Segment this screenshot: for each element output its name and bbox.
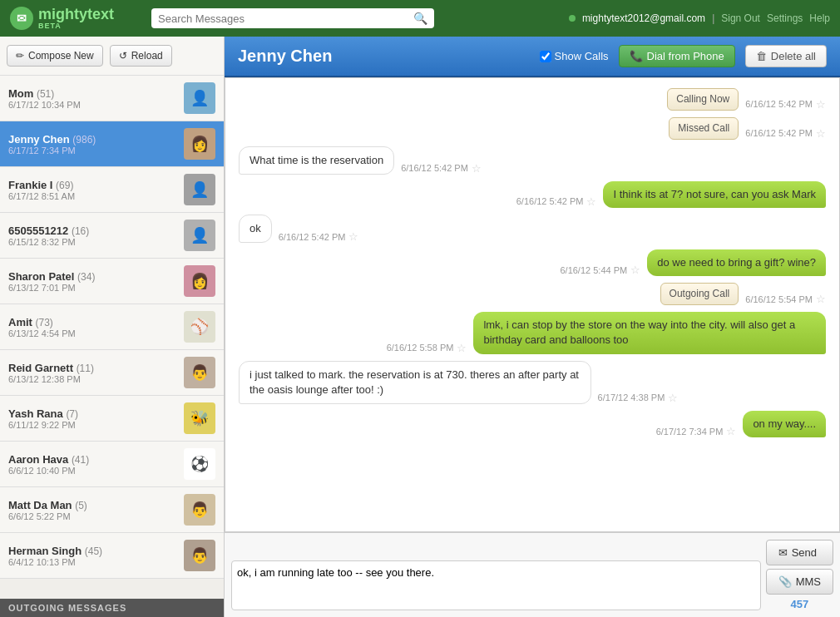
chat-area: Jenny Chen Show Calls 📞 Dial from Phone … — [225, 37, 840, 617]
message-meta: 6/16/12 5:42 PM ☆ — [745, 98, 826, 111]
contact-date: 6/17/12 7:34 PM — [8, 146, 177, 155]
message-meta: 6/16/12 5:54 PM ☆ — [745, 293, 826, 305]
sent-bubble: lmk, i can stop by the store on the way … — [473, 312, 826, 353]
search-icon: 🔍 — [413, 12, 427, 25]
delete-all-button[interactable]: 🗑 Delete all — [745, 45, 827, 67]
contact-item[interactable]: Matt Da Man (5)6/6/12 5:22 PM👨 — [0, 487, 224, 533]
contact-item[interactable]: Sharon Patel (34)6/13/12 7:01 PM👩 — [0, 259, 224, 304]
contact-name: Aaron Hava (41) — [8, 453, 177, 466]
contact-name: Mom (51) — [8, 87, 177, 100]
contact-item[interactable]: Frankie I (69)6/17/12 8:51 AM👤 — [0, 167, 224, 213]
send-icon: ✉ — [778, 546, 788, 559]
message-meta: 6/16/12 5:42 PM ☆ — [279, 230, 359, 243]
contact-item[interactable]: Yash Rana (7)6/11/12 9:22 PM🐝 — [0, 396, 224, 442]
star-icon[interactable]: ☆ — [668, 392, 678, 404]
trash-icon: 🗑 — [756, 50, 767, 62]
settings-link[interactable]: Settings — [767, 12, 803, 24]
help-link[interactable]: Help — [809, 12, 830, 24]
message-row: 6/16/12 5:42 PM ☆I think its at 7? not s… — [239, 181, 826, 208]
message-meta: 6/16/12 5:42 PM ☆ — [745, 127, 826, 140]
user-area: mightytext2012@gmail.com | Sign Out Sett… — [569, 12, 830, 24]
sidebar-toolbar: ✏ Compose New ↺ Reload — [0, 37, 224, 76]
star-icon[interactable]: ☆ — [816, 127, 826, 140]
contact-date: 6/13/12 12:38 PM — [8, 374, 177, 384]
message-row: 6/16/12 5:44 PM ☆do we need to bring a g… — [239, 249, 826, 276]
avatar: 👨 — [184, 494, 215, 526]
contact-item[interactable]: Mom (51)6/17/12 10:34 PM👤 — [0, 76, 224, 121]
compose-new-button[interactable]: ✏ Compose New — [7, 45, 103, 67]
sent-bubble: on my way.... — [743, 411, 826, 437]
user-email: mightytext2012@gmail.com — [582, 12, 705, 24]
contact-name: Jenny Chen (986) — [8, 133, 177, 146]
compose-row: ✉ Send 📎 MMS 457 — [231, 540, 833, 610]
contact-name: Amit (73) — [8, 316, 177, 328]
header: ✉ mightytext BETA 🔍 mightytext2012@gmail… — [0, 0, 840, 37]
show-calls-checkbox[interactable] — [540, 51, 551, 62]
star-icon[interactable]: ☆ — [348, 230, 358, 243]
contact-name: Matt Da Man (5) — [8, 499, 177, 511]
mms-button[interactable]: 📎 MMS — [766, 569, 833, 595]
avatar: 👤 — [184, 220, 215, 251]
phone-icon: 📞 — [630, 50, 643, 62]
star-icon[interactable]: ☆ — [630, 264, 640, 276]
chat-contact-name: Jenny Chen — [238, 47, 530, 66]
contact-item[interactable]: Jenny Chen (986)6/17/12 7:34 PM👩 — [0, 121, 224, 167]
contact-item[interactable]: Herman Singh (45)6/4/12 10:13 PM👨 — [0, 533, 224, 579]
contact-date: 6/13/12 7:01 PM — [8, 283, 177, 293]
contact-date: 6/11/12 9:22 PM — [8, 420, 177, 430]
dial-from-phone-button[interactable]: 📞 Dial from Phone — [619, 45, 735, 67]
star-icon[interactable]: ☆ — [586, 195, 596, 208]
sent-bubble: do we need to bring a gift? wine? — [647, 249, 826, 276]
contact-name: 6505551212 (16) — [8, 225, 177, 237]
contact-name: Frankie I (69) — [8, 179, 177, 191]
avatar: 👩 — [184, 265, 215, 297]
star-icon[interactable]: ☆ — [457, 342, 467, 354]
avatar: ⚽ — [184, 448, 215, 480]
logo-text-area: mightytext BETA — [38, 7, 114, 30]
chat-header: Jenny Chen Show Calls 📞 Dial from Phone … — [225, 37, 840, 77]
send-button[interactable]: ✉ Send — [766, 540, 833, 565]
avatar: 👨 — [184, 357, 215, 388]
contact-item[interactable]: Reid Garnett (11)6/13/12 12:38 PM👨 — [0, 350, 224, 396]
contact-date: 6/6/12 10:40 PM — [8, 466, 177, 476]
show-calls-toggle[interactable]: Show Calls — [540, 50, 609, 62]
compose-area: ✉ Send 📎 MMS 457 — [225, 532, 840, 617]
star-icon[interactable]: ☆ — [816, 98, 826, 111]
contact-date: 6/17/12 10:34 PM — [8, 100, 177, 110]
star-icon[interactable]: ☆ — [472, 162, 482, 175]
contact-item[interactable]: Aaron Hava (41)6/6/12 10:40 PM⚽ — [0, 442, 224, 487]
reload-button[interactable]: ↺ Reload — [110, 45, 172, 67]
contact-date: 6/15/12 8:32 PM — [8, 237, 177, 247]
star-icon[interactable]: ☆ — [726, 425, 736, 437]
message-row: Calling Now6/16/12 5:42 PM ☆ — [239, 88, 826, 111]
message-meta: 6/16/12 5:42 PM ☆ — [516, 195, 597, 208]
mms-icon: 📎 — [778, 575, 792, 588]
compose-icon: ✏ — [16, 50, 24, 62]
call-bubble: Calling Now — [667, 88, 739, 111]
contact-date: 6/17/12 8:51 AM — [8, 191, 177, 201]
message-row: 6/16/12 5:58 PM ☆lmk, i can stop by the … — [239, 312, 826, 353]
contact-date: 6/4/12 10:13 PM — [8, 557, 177, 567]
avatar: 👨 — [184, 540, 215, 571]
char-count: 457 — [766, 598, 833, 610]
logo-area: ✉ mightytext BETA — [10, 7, 143, 30]
show-calls-label: Show Calls — [555, 50, 609, 62]
sign-out-link[interactable]: Sign Out — [721, 12, 760, 24]
compose-textarea[interactable] — [231, 560, 761, 610]
avatar: 👤 — [184, 82, 215, 114]
contact-name: Sharon Patel (34) — [8, 270, 177, 283]
star-icon[interactable]: ☆ — [816, 293, 826, 305]
outgoing-messages-bar: OUTGOING MESSAGES — [0, 599, 224, 617]
message-row: ok6/16/12 5:42 PM ☆ — [239, 215, 826, 243]
message-meta: 6/17/12 4:38 PM ☆ — [598, 392, 679, 404]
call-bubble: Outgoing Call — [660, 283, 739, 305]
logo-beta: BETA — [38, 22, 114, 30]
contact-item[interactable]: 6505551212 (16)6/15/12 8:32 PM👤 — [0, 213, 224, 259]
avatar: 👤 — [184, 174, 215, 205]
search-input[interactable] — [158, 12, 408, 25]
main-layout: ✏ Compose New ↺ Reload Mom (51)6/17/12 1… — [0, 37, 840, 617]
contact-item[interactable]: Amit (73)6/13/12 4:54 PM⚾ — [0, 304, 224, 350]
received-bubble: What time is the reservation — [239, 146, 394, 175]
messages-list: Calling Now6/16/12 5:42 PM ☆Missed Call6… — [225, 77, 840, 532]
message-row: i just talked to mark. the reservation i… — [239, 361, 826, 404]
